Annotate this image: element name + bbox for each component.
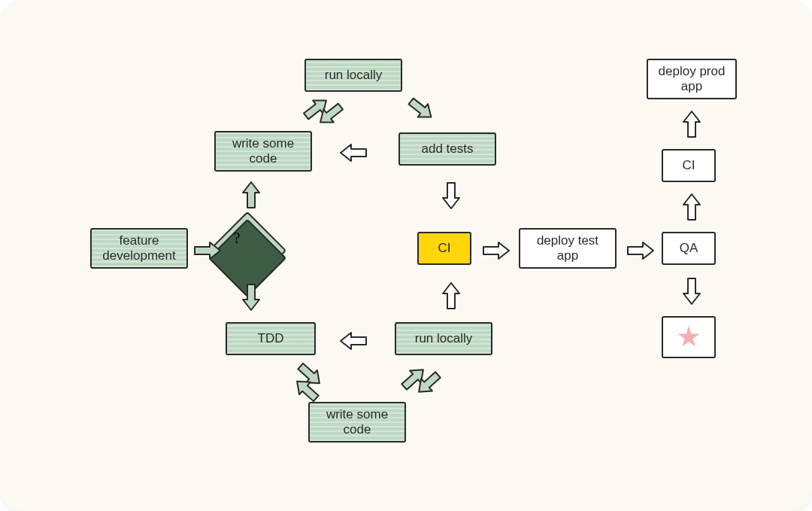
node-failure — [662, 316, 716, 358]
arrow-icon — [240, 282, 262, 312]
node-add-tests: add tests — [398, 132, 496, 166]
node-label: run locally — [415, 331, 473, 346]
node-label: ? — [234, 230, 286, 247]
arrow-icon — [481, 239, 511, 262]
star-burst-icon — [677, 326, 700, 348]
node-run-locally-top: run locally — [304, 59, 402, 92]
node-ci-right: CI — [662, 149, 716, 182]
arrow-icon — [192, 239, 223, 262]
node-label: featuredevelopment — [102, 233, 175, 263]
arrow-icon — [240, 180, 262, 210]
arrow-icon — [440, 181, 462, 211]
flowchart-stage: featuredevelopment ? write somecode run … — [0, 0, 812, 511]
node-tdd: TDD — [226, 322, 316, 355]
node-deploy-prod-app: deploy prodapp — [647, 59, 737, 99]
node-label: deploy prodapp — [659, 64, 726, 93]
arrow-icon — [626, 239, 656, 262]
node-write-some-code-top: write somecode — [214, 131, 312, 172]
node-label: CI — [683, 158, 695, 173]
node-write-some-code-bottom: write somecode — [308, 402, 406, 443]
arrow-icon — [402, 91, 440, 127]
node-label: write somecode — [232, 136, 294, 166]
node-feature-development: featuredevelopment — [90, 228, 188, 269]
node-qa: QA — [662, 232, 716, 265]
node-run-locally-bottom: run locally — [395, 322, 492, 355]
node-ci-yellow: CI — [417, 232, 471, 265]
arrow-icon — [338, 141, 368, 164]
double-arrow-icon — [398, 358, 443, 403]
node-deploy-test-app: deploy testapp — [519, 228, 617, 269]
node-label: TDD — [258, 331, 284, 346]
node-label: add tests — [422, 141, 474, 157]
diagram-card: featuredevelopment ? write somecode run … — [0, 0, 812, 511]
arrow-icon — [680, 276, 703, 306]
node-label: deploy testapp — [537, 233, 598, 263]
arrow-icon — [680, 109, 703, 139]
node-label: write somecode — [326, 407, 388, 436]
arrow-icon — [440, 281, 462, 311]
double-arrow-icon — [301, 90, 345, 134]
arrow-icon — [338, 330, 368, 352]
node-label: CI — [438, 241, 451, 256]
double-arrow-icon — [286, 360, 330, 404]
node-label: run locally — [325, 68, 383, 83]
arrow-icon — [680, 192, 703, 222]
node-label: QA — [680, 241, 698, 256]
